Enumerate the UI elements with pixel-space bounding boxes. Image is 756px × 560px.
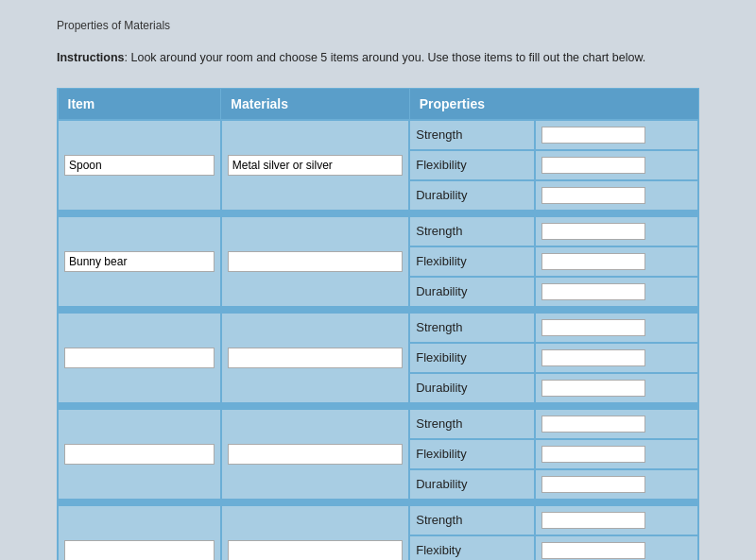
properties-table: Item Materials Properties StrengthFlexib…: [57, 88, 699, 560]
materials-input-3[interactable]: [228, 444, 403, 465]
property-value-2-2[interactable]: [541, 380, 645, 397]
property-label-0-2: Durability: [409, 180, 535, 211]
item-input-1[interactable]: [64, 251, 215, 272]
materials-input-2[interactable]: [228, 348, 403, 368]
instructions-label: Instructions: [57, 51, 125, 64]
property-value-3-2[interactable]: [541, 476, 645, 493]
property-label-0-0: Strength: [409, 120, 535, 150]
item-input-4[interactable]: [64, 540, 215, 560]
table-row: Strength: [58, 216, 698, 246]
property-value-3-1[interactable]: [541, 446, 645, 463]
header-materials: Materials: [221, 88, 409, 120]
property-label-3-0: Strength: [409, 409, 535, 439]
materials-input-0[interactable]: [228, 155, 403, 176]
property-label-2-2: Durability: [409, 373, 535, 403]
property-value-2-1[interactable]: [541, 349, 645, 366]
table-row: Strength: [58, 313, 698, 343]
property-label-3-2: Durability: [409, 469, 535, 500]
property-label-1-1: Flexibility: [409, 246, 535, 277]
property-label-1-2: Durability: [409, 277, 535, 307]
materials-input-1[interactable]: [228, 251, 403, 272]
table-row: Strength: [58, 505, 698, 535]
table-row: Strength: [58, 409, 698, 439]
property-label-0-1: Flexibility: [409, 150, 535, 180]
property-value-0-1[interactable]: [541, 157, 645, 174]
page-title: Properties of Materials: [57, 19, 699, 32]
instructions-block: Instructions: Look around your room and …: [57, 49, 699, 67]
property-value-0-2[interactable]: [541, 187, 645, 204]
item-input-3[interactable]: [64, 444, 215, 465]
property-label-1-0: Strength: [409, 216, 535, 246]
item-input-2[interactable]: [64, 348, 215, 368]
property-value-0-0[interactable]: [541, 127, 645, 144]
table-row: Strength: [58, 120, 698, 150]
header-item: Item: [58, 88, 221, 120]
property-label-4-1: Flexibity: [409, 535, 535, 560]
property-value-1-2[interactable]: [541, 283, 645, 300]
header-properties: Properties: [409, 88, 698, 120]
property-label-4-0: Strength: [409, 505, 535, 535]
property-label-3-1: Flexibility: [409, 439, 535, 469]
instructions-text: : Look around your room and choose 5 ite…: [125, 51, 646, 64]
materials-input-4[interactable]: [228, 540, 403, 560]
property-value-2-0[interactable]: [541, 319, 645, 336]
item-input-0[interactable]: [64, 155, 215, 176]
property-value-3-0[interactable]: [541, 416, 645, 433]
property-value-1-0[interactable]: [541, 223, 645, 240]
property-label-2-1: Flexibility: [409, 343, 535, 373]
property-value-1-1[interactable]: [541, 253, 645, 270]
property-value-4-1[interactable]: [541, 542, 645, 559]
property-value-4-0[interactable]: [541, 512, 645, 529]
property-label-2-0: Strength: [409, 313, 535, 343]
